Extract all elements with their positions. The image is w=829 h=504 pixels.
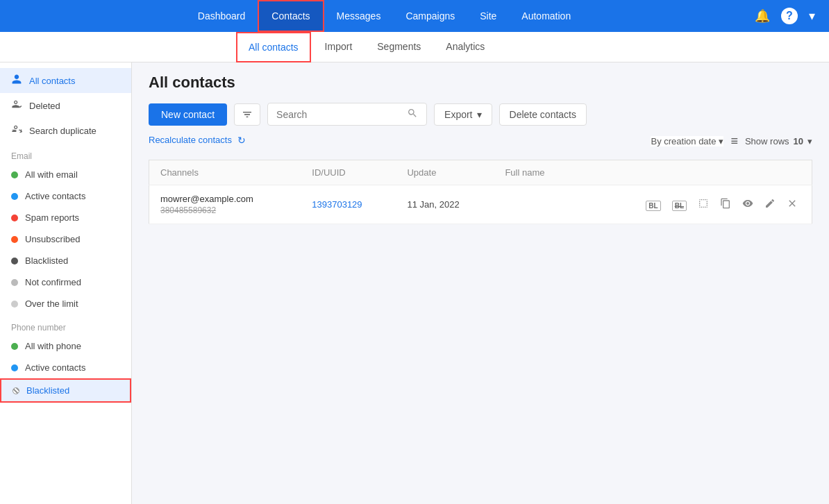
cell-full-name — [494, 185, 575, 224]
notification-bell-icon[interactable]: 🔔 — [755, 8, 770, 24]
sidebar-item-active-contacts-email[interactable]: Active contacts — [0, 185, 131, 207]
edit-button[interactable] — [762, 196, 778, 212]
sidebar-item-active-contacts-phone[interactable]: Active contacts — [0, 357, 131, 378]
nav-right: 🔔 ? ▾ — [755, 8, 815, 24]
sub-item-all-contacts[interactable]: All contacts — [236, 32, 311, 62]
orange-red-dot-icon — [11, 236, 18, 243]
cell-actions: BL BL — [576, 185, 812, 224]
rows-chevron-icon[interactable]: ▾ — [807, 136, 812, 146]
green-dot-icon — [11, 171, 18, 178]
sidebar-item-deleted[interactable]: Deleted — [0, 93, 131, 118]
cell-update: 11 Jan, 2022 — [396, 185, 494, 224]
sidebar-item-blacklisted-email[interactable]: Blacklisted — [0, 250, 131, 271]
person-x-icon — [11, 99, 22, 112]
main-content: All contacts New contact Export ▾ Delete… — [132, 62, 829, 504]
sidebar-item-over-the-limit[interactable]: Over the limit — [0, 293, 131, 314]
sidebar-item-unsubscribed[interactable]: Unsubscribed — [0, 228, 131, 250]
col-actions — [576, 160, 812, 185]
view-button[interactable] — [739, 196, 756, 212]
recalculate-row: Recalculate contacts ↻ — [149, 135, 246, 146]
nav-item-site[interactable]: Site — [467, 0, 509, 32]
account-chevron-icon[interactable]: ▾ — [809, 8, 815, 24]
contact-phone: 380485589632 — [160, 205, 290, 215]
sidebar-item-search-duplicate[interactable]: Search duplicate — [0, 118, 131, 143]
dark-gray-dot-icon — [11, 258, 18, 264]
table-row: mowrer@example.com 380485589632 13937031… — [149, 185, 812, 224]
sort-select[interactable]: By creation date ▾ — [651, 136, 723, 146]
top-navigation: Dashboard Contacts Messages Campaigns Si… — [0, 0, 829, 32]
contact-email: mowrer@example.com — [160, 194, 290, 204]
nav-item-messages[interactable]: Messages — [324, 0, 394, 32]
page-title: All contacts — [149, 74, 812, 92]
new-contact-button[interactable]: New contact — [149, 103, 227, 126]
sidebar-item-blacklisted-phone[interactable]: Blacklisted — [0, 378, 131, 403]
delete-button[interactable] — [784, 196, 801, 212]
sidebar-item-spam-reports[interactable]: Spam reports — [0, 207, 131, 228]
blue-dot-phone-icon — [11, 364, 18, 371]
delete-contacts-button[interactable]: Delete contacts — [499, 103, 587, 126]
sidebar-item-all-contacts[interactable]: All contacts — [0, 68, 131, 93]
red-dot-icon — [11, 215, 18, 221]
main-layout: All contacts Deleted Search duplicate Em… — [0, 62, 829, 504]
col-update: Update — [396, 160, 494, 185]
nav-item-automation[interactable]: Automation — [509, 0, 583, 32]
clone-button[interactable] — [717, 196, 734, 212]
search-input[interactable] — [276, 109, 403, 120]
phone-section-label: Phone number — [0, 314, 131, 335]
sort-chevron-icon: ▾ — [719, 136, 723, 146]
list-view-icon[interactable]: ≡ — [730, 134, 738, 149]
sub-item-segments[interactable]: Segments — [366, 32, 432, 62]
filter-button[interactable] — [234, 103, 260, 126]
person-icon — [11, 74, 22, 87]
sidebar-item-not-confirmed[interactable]: Not confirmed — [0, 271, 131, 293]
edit-columns-button[interactable] — [695, 196, 712, 212]
export-button[interactable]: Export ▾ — [434, 103, 492, 126]
sort-row: By creation date ▾ ≡ Show rows 10 ▾ — [651, 134, 812, 149]
col-full-name: Full name — [494, 160, 575, 185]
sub-item-import[interactable]: Import — [314, 32, 364, 62]
green-dot-phone-icon — [11, 343, 18, 350]
cell-id-uuid: 1393703129 — [301, 185, 396, 224]
unblacklist-email-button[interactable]: BL — [669, 197, 689, 212]
sub-item-analytics[interactable]: Analytics — [435, 32, 496, 62]
sidebar-item-all-with-phone[interactable]: All with phone — [0, 335, 131, 357]
sub-navigation: All contacts Import Segments Analytics — [0, 32, 829, 62]
sidebar-item-all-with-email[interactable]: All with email — [0, 164, 131, 185]
nav-item-campaigns[interactable]: Campaigns — [393, 0, 467, 32]
blacklist-email-button[interactable]: BL — [643, 197, 663, 212]
toolbar: New contact Export ▾ Delete contacts — [149, 103, 812, 126]
cell-channels: mowrer@example.com 380485589632 — [149, 185, 301, 224]
help-icon[interactable]: ? — [781, 8, 798, 24]
col-id-uuid: ID/UUID — [301, 160, 396, 185]
recalculate-link[interactable]: Recalculate contacts — [149, 135, 232, 145]
chevron-down-icon: ▾ — [477, 109, 482, 120]
contacts-table: Channels ID/UUID Update Full name — [149, 160, 812, 224]
striped-dot-icon — [12, 387, 19, 394]
sidebar: All contacts Deleted Search duplicate Em… — [0, 62, 132, 504]
nav-item-dashboard[interactable]: Dashboard — [185, 0, 258, 32]
light-gray-dot-icon — [11, 279, 18, 286]
show-rows: Show rows 10 ▾ — [745, 136, 812, 146]
person-search-icon — [11, 124, 22, 137]
search-box — [267, 103, 427, 126]
search-icon — [407, 108, 418, 121]
col-channels: Channels — [149, 160, 301, 185]
refresh-icon[interactable]: ↻ — [237, 135, 246, 146]
blue-dot-icon — [11, 193, 18, 200]
row-actions: BL BL — [587, 196, 801, 212]
nav-item-contacts[interactable]: Contacts — [258, 0, 324, 32]
light-gray2-dot-icon — [11, 301, 18, 308]
nav-items: Dashboard Contacts Messages Campaigns Si… — [14, 0, 755, 32]
email-section-label: Email — [0, 143, 131, 164]
